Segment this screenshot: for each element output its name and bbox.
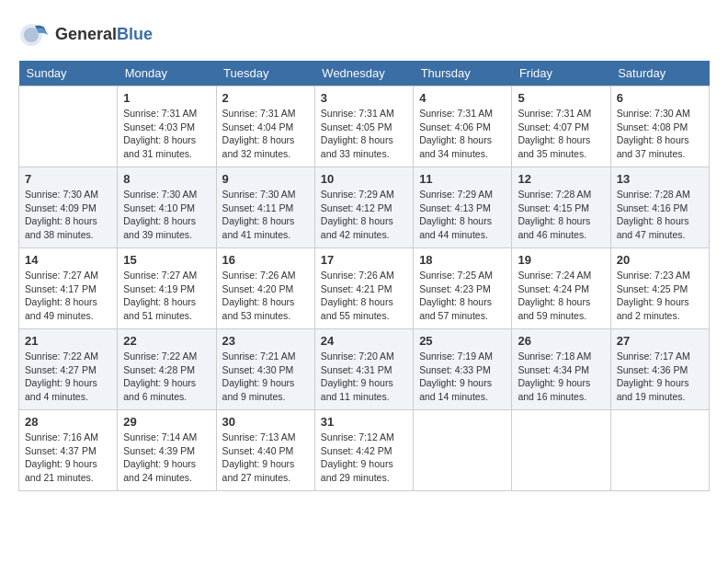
calendar-day-cell: 21Sunrise: 7:22 AMSunset: 4:27 PMDayligh… [19, 329, 118, 410]
day-header-sunday: Sunday [19, 61, 118, 86]
calendar-week-row: 1Sunrise: 7:31 AMSunset: 4:03 PMDaylight… [19, 86, 710, 167]
calendar-day-cell: 5Sunrise: 7:31 AMSunset: 4:07 PMDaylight… [512, 86, 610, 167]
day-header-wednesday: Wednesday [314, 61, 413, 86]
day-number: 13 [617, 172, 703, 186]
day-header-saturday: Saturday [610, 61, 709, 86]
day-number: 22 [123, 334, 210, 348]
day-info: Sunrise: 7:27 AMSunset: 4:17 PMDaylight:… [25, 269, 111, 323]
day-info: Sunrise: 7:22 AMSunset: 4:27 PMDaylight:… [25, 350, 111, 404]
calendar-day-cell: 20Sunrise: 7:23 AMSunset: 4:25 PMDayligh… [610, 248, 709, 329]
day-number: 10 [321, 172, 407, 186]
day-number: 5 [518, 91, 604, 105]
calendar-day-cell: 29Sunrise: 7:14 AMSunset: 4:39 PMDayligh… [118, 410, 216, 491]
day-number: 27 [617, 334, 703, 348]
day-info: Sunrise: 7:29 AMSunset: 4:13 PMDaylight:… [419, 188, 506, 242]
calendar-day-cell: 31Sunrise: 7:12 AMSunset: 4:42 PMDayligh… [314, 410, 413, 491]
day-number: 14 [25, 253, 111, 267]
calendar-day-cell [19, 86, 118, 167]
day-header-monday: Monday [118, 61, 216, 86]
calendar-header-row: SundayMondayTuesdayWednesdayThursdayFrid… [19, 61, 710, 86]
day-info: Sunrise: 7:30 AMSunset: 4:11 PMDaylight:… [222, 188, 309, 242]
calendar-day-cell: 18Sunrise: 7:25 AMSunset: 4:23 PMDayligh… [414, 248, 512, 329]
day-header-thursday: Thursday [414, 61, 512, 86]
day-number: 24 [321, 334, 407, 348]
day-info: Sunrise: 7:25 AMSunset: 4:23 PMDaylight:… [419, 269, 506, 323]
calendar-day-cell: 30Sunrise: 7:13 AMSunset: 4:40 PMDayligh… [216, 410, 314, 491]
calendar-day-cell: 11Sunrise: 7:29 AMSunset: 4:13 PMDayligh… [414, 167, 512, 248]
day-info: Sunrise: 7:13 AMSunset: 4:40 PMDaylight:… [222, 431, 309, 485]
day-info: Sunrise: 7:12 AMSunset: 4:42 PMDaylight:… [321, 431, 407, 485]
calendar-day-cell: 15Sunrise: 7:27 AMSunset: 4:19 PMDayligh… [118, 248, 216, 329]
day-info: Sunrise: 7:26 AMSunset: 4:21 PMDaylight:… [321, 269, 407, 323]
day-number: 15 [123, 253, 210, 267]
calendar-day-cell: 12Sunrise: 7:28 AMSunset: 4:15 PMDayligh… [512, 167, 610, 248]
day-header-tuesday: Tuesday [216, 61, 314, 86]
calendar-day-cell: 10Sunrise: 7:29 AMSunset: 4:12 PMDayligh… [314, 167, 413, 248]
calendar-day-cell: 1Sunrise: 7:31 AMSunset: 4:03 PMDaylight… [118, 86, 216, 167]
day-number: 4 [419, 91, 506, 105]
calendar-day-cell [414, 410, 512, 491]
calendar-day-cell [610, 410, 709, 491]
day-number: 3 [321, 91, 407, 105]
day-number: 28 [25, 415, 111, 429]
calendar-week-row: 21Sunrise: 7:22 AMSunset: 4:27 PMDayligh… [19, 329, 710, 410]
day-info: Sunrise: 7:27 AMSunset: 4:19 PMDaylight:… [123, 269, 210, 323]
day-number: 20 [617, 253, 703, 267]
day-info: Sunrise: 7:31 AMSunset: 4:04 PMDaylight:… [222, 107, 309, 161]
day-number: 18 [419, 253, 506, 267]
day-number: 6 [617, 91, 703, 105]
calendar-day-cell: 17Sunrise: 7:26 AMSunset: 4:21 PMDayligh… [314, 248, 413, 329]
day-info: Sunrise: 7:31 AMSunset: 4:05 PMDaylight:… [321, 107, 407, 161]
day-info: Sunrise: 7:26 AMSunset: 4:20 PMDaylight:… [222, 269, 309, 323]
calendar-day-cell: 7Sunrise: 7:30 AMSunset: 4:09 PMDaylight… [19, 167, 118, 248]
day-number: 19 [518, 253, 604, 267]
day-info: Sunrise: 7:23 AMSunset: 4:25 PMDaylight:… [617, 269, 703, 323]
calendar-day-cell: 16Sunrise: 7:26 AMSunset: 4:20 PMDayligh… [216, 248, 314, 329]
day-number: 26 [518, 334, 604, 348]
calendar-day-cell: 27Sunrise: 7:17 AMSunset: 4:36 PMDayligh… [610, 329, 709, 410]
calendar-week-row: 28Sunrise: 7:16 AMSunset: 4:37 PMDayligh… [19, 410, 710, 491]
calendar-day-cell: 19Sunrise: 7:24 AMSunset: 4:24 PMDayligh… [512, 248, 610, 329]
calendar-week-row: 14Sunrise: 7:27 AMSunset: 4:17 PMDayligh… [19, 248, 710, 329]
day-info: Sunrise: 7:17 AMSunset: 4:36 PMDaylight:… [617, 350, 703, 404]
calendar-day-cell: 3Sunrise: 7:31 AMSunset: 4:05 PMDaylight… [314, 86, 413, 167]
calendar-day-cell: 24Sunrise: 7:20 AMSunset: 4:31 PMDayligh… [314, 329, 413, 410]
day-info: Sunrise: 7:21 AMSunset: 4:30 PMDaylight:… [222, 350, 309, 404]
day-number: 17 [321, 253, 407, 267]
day-info: Sunrise: 7:31 AMSunset: 4:06 PMDaylight:… [419, 107, 506, 161]
calendar-day-cell: 23Sunrise: 7:21 AMSunset: 4:30 PMDayligh… [216, 329, 314, 410]
logo-blue: Blue [117, 25, 153, 43]
day-number: 1 [123, 91, 210, 105]
day-number: 16 [222, 253, 309, 267]
day-info: Sunrise: 7:31 AMSunset: 4:07 PMDaylight:… [518, 107, 604, 161]
page-header: GeneralBlue [18, 18, 710, 52]
day-info: Sunrise: 7:28 AMSunset: 4:15 PMDaylight:… [518, 188, 604, 242]
day-info: Sunrise: 7:31 AMSunset: 4:03 PMDaylight:… [123, 107, 210, 161]
day-info: Sunrise: 7:29 AMSunset: 4:12 PMDaylight:… [321, 188, 407, 242]
day-number: 29 [123, 415, 210, 429]
day-info: Sunrise: 7:30 AMSunset: 4:08 PMDaylight:… [617, 107, 703, 161]
logo-general: General [55, 25, 117, 43]
day-info: Sunrise: 7:16 AMSunset: 4:37 PMDaylight:… [25, 431, 111, 485]
day-info: Sunrise: 7:22 AMSunset: 4:28 PMDaylight:… [123, 350, 210, 404]
day-info: Sunrise: 7:28 AMSunset: 4:16 PMDaylight:… [617, 188, 703, 242]
day-number: 31 [321, 415, 407, 429]
day-info: Sunrise: 7:30 AMSunset: 4:09 PMDaylight:… [25, 188, 111, 242]
calendar-table: SundayMondayTuesdayWednesdayThursdayFrid… [18, 61, 710, 491]
day-number: 12 [518, 172, 604, 186]
calendar-day-cell: 8Sunrise: 7:30 AMSunset: 4:10 PMDaylight… [118, 167, 216, 248]
logo: GeneralBlue [18, 18, 153, 52]
calendar-day-cell: 14Sunrise: 7:27 AMSunset: 4:17 PMDayligh… [19, 248, 118, 329]
day-info: Sunrise: 7:14 AMSunset: 4:39 PMDaylight:… [123, 431, 210, 485]
day-info: Sunrise: 7:30 AMSunset: 4:10 PMDaylight:… [123, 188, 210, 242]
calendar-day-cell: 22Sunrise: 7:22 AMSunset: 4:28 PMDayligh… [118, 329, 216, 410]
day-info: Sunrise: 7:19 AMSunset: 4:33 PMDaylight:… [419, 350, 506, 404]
day-info: Sunrise: 7:18 AMSunset: 4:34 PMDaylight:… [518, 350, 604, 404]
calendar-day-cell: 9Sunrise: 7:30 AMSunset: 4:11 PMDaylight… [216, 167, 314, 248]
day-number: 9 [222, 172, 309, 186]
day-number: 25 [419, 334, 506, 348]
calendar-day-cell: 6Sunrise: 7:30 AMSunset: 4:08 PMDaylight… [610, 86, 709, 167]
day-info: Sunrise: 7:20 AMSunset: 4:31 PMDaylight:… [321, 350, 407, 404]
day-number: 21 [25, 334, 111, 348]
svg-point-1 [24, 28, 39, 42]
